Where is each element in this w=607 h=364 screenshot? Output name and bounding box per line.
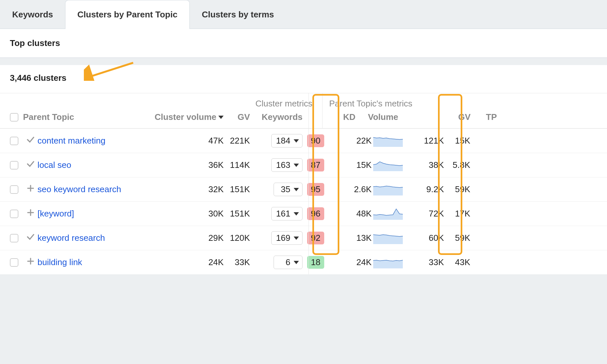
cluster-gv-value: 120K bbox=[224, 233, 250, 243]
parent-gv-value: 60K bbox=[404, 233, 444, 243]
topic-link[interactable]: [keyword] bbox=[37, 209, 74, 218]
col-volume[interactable]: Volume bbox=[355, 112, 398, 122]
parent-gv-value: 38K bbox=[404, 160, 444, 170]
tab-keywords[interactable]: Keywords bbox=[0, 0, 65, 29]
table-row: keyword research29K120K1699213K60K59K bbox=[0, 226, 607, 250]
row-checkbox[interactable] bbox=[10, 161, 18, 170]
table-row: local seo36K114K1638715K38K5.8K bbox=[0, 153, 607, 177]
col-kd[interactable]: KD bbox=[329, 112, 355, 122]
chevron-down-icon bbox=[294, 237, 299, 240]
section-title: Top clusters bbox=[0, 29, 607, 58]
parent-gv-value: 9.2K bbox=[404, 184, 444, 194]
keywords-dropdown[interactable]: 35 bbox=[274, 183, 303, 196]
trend-sparkline-icon bbox=[373, 257, 403, 268]
keywords-dropdown[interactable]: 163 bbox=[271, 158, 303, 172]
row-checkbox[interactable] bbox=[10, 258, 18, 267]
cluster-gv-value: 33K bbox=[224, 257, 250, 267]
cluster-gv-value: 221K bbox=[224, 136, 250, 146]
topic-link[interactable]: content marketing bbox=[37, 136, 106, 146]
tp-value: 59K bbox=[444, 184, 470, 194]
kd-badge: 96 bbox=[307, 207, 324, 220]
trend-sparkline-icon bbox=[373, 232, 403, 244]
content-area: 3,446 clusters Cluster metrics Parent To… bbox=[0, 65, 607, 274]
svg-line-0 bbox=[87, 63, 133, 78]
trend-sparkline-icon bbox=[373, 135, 403, 147]
trend-sparkline-icon bbox=[373, 184, 403, 195]
kd-badge: 90 bbox=[307, 134, 324, 147]
check-icon[interactable] bbox=[26, 159, 35, 171]
keywords-dropdown[interactable]: 184 bbox=[271, 134, 303, 148]
clusters-table: Cluster metrics Parent Topic Cluster vol… bbox=[0, 93, 607, 274]
volume-value: 22K bbox=[329, 136, 372, 146]
col-parent-topic[interactable]: Parent Topic bbox=[23, 112, 74, 122]
row-checkbox[interactable] bbox=[10, 234, 18, 242]
clusters-count-row: 3,446 clusters bbox=[0, 65, 607, 93]
cluster-volume-value: 36K bbox=[151, 160, 224, 170]
kd-badge: 87 bbox=[307, 159, 324, 171]
tp-value: 17K bbox=[444, 209, 470, 219]
table-row: content marketing47K221K1849022K121K15K bbox=[0, 128, 607, 153]
table-row: building link24K33K61824K33K43K bbox=[0, 250, 607, 274]
parent-gv-value: 72K bbox=[404, 209, 444, 219]
volume-value: 48K bbox=[329, 209, 372, 219]
row-checkbox[interactable] bbox=[10, 185, 18, 194]
table-row: seo keyword research32K151K35952.6K9.2K5… bbox=[0, 177, 607, 201]
col-gv-parent[interactable]: GV bbox=[431, 112, 471, 122]
cluster-gv-value: 151K bbox=[224, 209, 250, 219]
kd-badge: 92 bbox=[307, 232, 324, 244]
chevron-down-icon bbox=[294, 212, 299, 216]
sort-desc-icon bbox=[218, 116, 224, 119]
topic-link[interactable]: local seo bbox=[37, 160, 71, 170]
cluster-volume-value: 24K bbox=[151, 257, 224, 267]
keywords-dropdown[interactable]: 6 bbox=[274, 256, 303, 269]
select-all-checkbox[interactable] bbox=[10, 113, 18, 122]
plus-icon[interactable] bbox=[26, 208, 35, 219]
row-checkbox[interactable] bbox=[10, 137, 18, 145]
col-tp[interactable]: TP bbox=[471, 112, 497, 122]
parent-gv-value: 33K bbox=[404, 257, 444, 267]
parent-gv-value: 121K bbox=[404, 136, 444, 146]
cluster-gv-value: 114K bbox=[224, 160, 250, 170]
cluster-volume-value: 30K bbox=[151, 209, 224, 219]
chevron-down-icon bbox=[294, 188, 299, 191]
parent-metrics-label: Parent Topic's metrics bbox=[329, 99, 412, 108]
tp-value: 59K bbox=[444, 233, 470, 243]
clusters-count: 3,446 clusters bbox=[10, 73, 66, 83]
tp-value: 5.8K bbox=[444, 160, 470, 170]
volume-value: 13K bbox=[329, 233, 372, 243]
group-headers: Cluster metrics Parent Topic Cluster vol… bbox=[0, 93, 607, 128]
cluster-volume-value: 47K bbox=[151, 136, 224, 146]
cluster-volume-value: 29K bbox=[151, 233, 224, 243]
trend-sparkline-icon bbox=[373, 208, 403, 220]
volume-value: 15K bbox=[329, 160, 372, 170]
topic-link[interactable]: seo keyword research bbox=[37, 184, 121, 194]
cluster-gv-value: 151K bbox=[224, 184, 250, 194]
tp-value: 43K bbox=[444, 257, 470, 267]
plus-icon[interactable] bbox=[26, 257, 35, 268]
topic-link[interactable]: building link bbox=[37, 257, 82, 267]
kd-badge: 18 bbox=[307, 256, 324, 269]
row-checkbox[interactable] bbox=[10, 210, 18, 218]
cluster-volume-value: 32K bbox=[151, 184, 224, 194]
kd-badge: 95 bbox=[307, 183, 324, 196]
trend-sparkline-icon bbox=[373, 159, 403, 171]
keywords-dropdown[interactable]: 169 bbox=[271, 231, 303, 245]
volume-value: 24K bbox=[329, 257, 372, 267]
topic-link[interactable]: keyword research bbox=[37, 233, 105, 243]
chevron-down-icon bbox=[294, 261, 299, 264]
chevron-down-icon bbox=[294, 164, 299, 167]
volume-value: 2.6K bbox=[329, 184, 372, 194]
check-icon[interactable] bbox=[26, 135, 35, 147]
col-gv-cluster[interactable]: GV bbox=[224, 112, 250, 122]
table-row: [keyword]30K151K1619648K72K17K bbox=[0, 201, 607, 226]
chevron-down-icon bbox=[294, 139, 299, 143]
tabs-bar: Keywords Clusters by Parent Topic Cluste… bbox=[0, 0, 607, 29]
keywords-dropdown[interactable]: 161 bbox=[271, 207, 303, 220]
tab-clusters-terms[interactable]: Clusters by terms bbox=[190, 0, 286, 29]
col-keywords[interactable]: Keywords bbox=[250, 112, 303, 122]
col-cluster-volume[interactable]: Cluster volume bbox=[155, 112, 216, 122]
plus-icon[interactable] bbox=[26, 184, 35, 195]
tp-value: 15K bbox=[444, 136, 470, 146]
tab-clusters-parent[interactable]: Clusters by Parent Topic bbox=[65, 0, 189, 29]
check-icon[interactable] bbox=[26, 232, 35, 244]
